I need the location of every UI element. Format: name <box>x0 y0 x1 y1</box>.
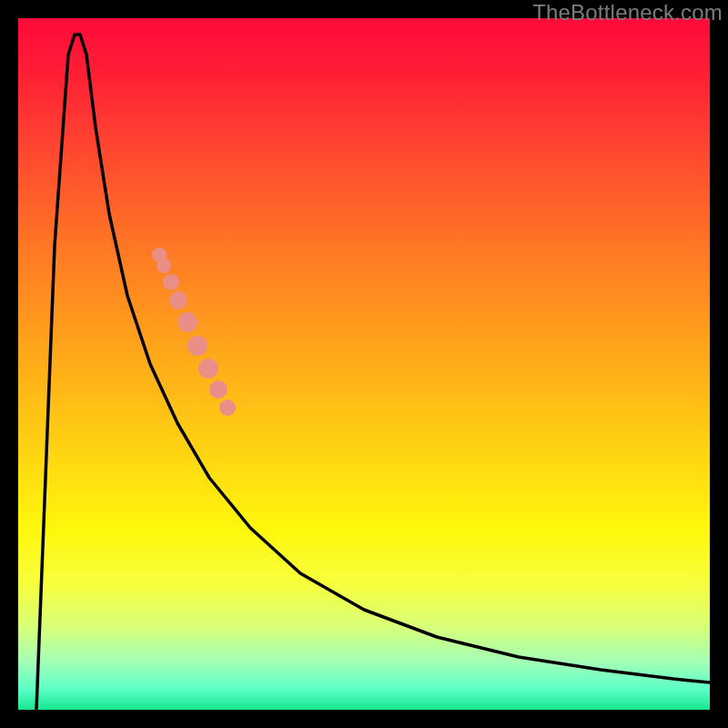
highlight-dot <box>209 380 228 399</box>
highlight-dot <box>177 312 197 332</box>
chart-svg <box>18 18 710 710</box>
highlight-segment <box>152 248 236 416</box>
highlight-dot <box>187 336 207 356</box>
bottleneck-curve <box>36 35 710 710</box>
highlight-dot <box>219 399 236 416</box>
chart-frame: TheBottleneck.com <box>0 0 728 728</box>
highlight-dot <box>163 274 179 290</box>
highlight-dot <box>198 359 218 379</box>
highlight-dot <box>157 258 171 273</box>
plot-area <box>18 18 710 710</box>
highlight-dot <box>169 291 187 309</box>
watermark-text: TheBottleneck.com <box>532 0 723 25</box>
